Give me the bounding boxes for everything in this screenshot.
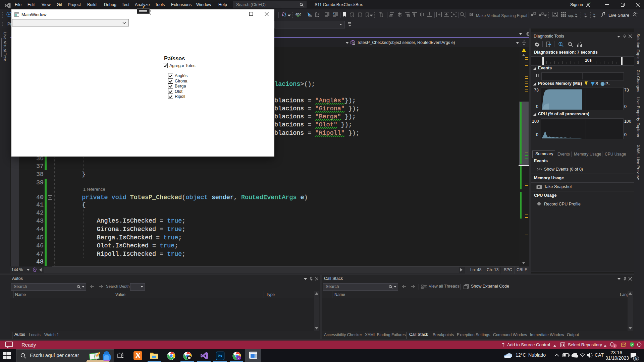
svg-text:J: J	[238, 356, 239, 359]
svg-text:Ps: Ps	[218, 354, 222, 358]
